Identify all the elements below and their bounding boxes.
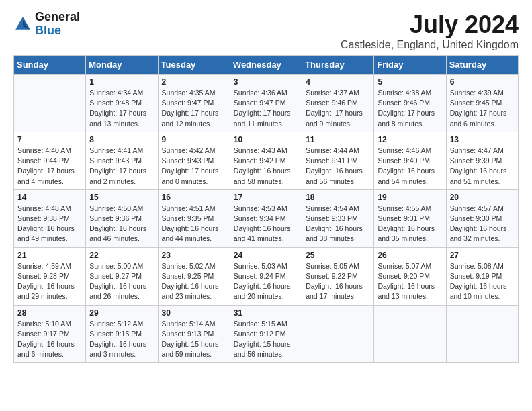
logo-blue: Blue [35,24,80,38]
day-info: Sunrise: 4:40 AMSunset: 9:44 PMDaylight:… [17,146,82,187]
calendar-cell: 22Sunrise: 5:00 AMSunset: 9:27 PMDayligh… [86,247,158,305]
calendar-cell: 19Sunrise: 4:55 AMSunset: 9:31 PMDayligh… [374,189,446,247]
calendar-cell: 21Sunrise: 4:59 AMSunset: 9:28 PMDayligh… [14,247,86,305]
day-number: 1 [89,77,154,87]
logo-icon [13,15,32,34]
calendar-cell: 12Sunrise: 4:46 AMSunset: 9:40 PMDayligh… [374,132,446,189]
day-info: Sunrise: 4:34 AMSunset: 9:48 PMDaylight:… [89,88,154,129]
day-info: Sunrise: 4:37 AMSunset: 9:46 PMDaylight:… [306,88,370,129]
day-number: 5 [378,77,442,87]
calendar-cell: 1Sunrise: 4:34 AMSunset: 9:48 PMDaylight… [86,75,158,132]
calendar-cell: 3Sunrise: 4:36 AMSunset: 9:47 PMDaylight… [230,75,302,132]
day-number: 22 [89,250,154,260]
day-info: Sunrise: 4:53 AMSunset: 9:34 PMDaylight:… [234,203,298,244]
day-info: Sunrise: 4:54 AMSunset: 9:33 PMDaylight:… [306,203,370,244]
calendar-cell [14,75,86,132]
calendar-cell: 24Sunrise: 5:03 AMSunset: 9:24 PMDayligh… [230,247,302,305]
calendar-cell [446,305,518,363]
calendar-cell: 13Sunrise: 4:47 AMSunset: 9:39 PMDayligh… [446,132,518,189]
day-info: Sunrise: 4:42 AMSunset: 9:43 PMDaylight:… [162,146,226,187]
day-number: 15 [89,193,154,202]
day-info: Sunrise: 5:00 AMSunset: 9:27 PMDaylight:… [89,261,154,302]
day-info: Sunrise: 5:08 AMSunset: 9:19 PMDaylight:… [450,261,515,302]
day-info: Sunrise: 5:05 AMSunset: 9:22 PMDaylight:… [306,261,370,302]
day-number: 13 [450,135,515,144]
day-info: Sunrise: 4:50 AMSunset: 9:36 PMDaylight:… [89,203,154,244]
day-number: 6 [450,77,515,87]
col-header-tuesday: Tuesday [158,56,230,75]
calendar-cell: 9Sunrise: 4:42 AMSunset: 9:43 PMDaylight… [158,132,230,189]
day-info: Sunrise: 5:07 AMSunset: 9:20 PMDaylight:… [378,261,442,302]
day-info: Sunrise: 4:36 AMSunset: 9:47 PMDaylight:… [234,88,298,129]
day-number: 20 [450,193,515,202]
header-row: SundayMondayTuesdayWednesdayThursdayFrid… [14,56,519,75]
calendar-cell: 28Sunrise: 5:10 AMSunset: 9:17 PMDayligh… [14,305,86,363]
day-number: 26 [378,250,442,260]
day-number: 27 [450,250,515,260]
calendar-table: SundayMondayTuesdayWednesdayThursdayFrid… [13,55,519,363]
col-header-thursday: Thursday [302,56,374,75]
day-number: 23 [162,250,226,260]
calendar-cell: 5Sunrise: 4:38 AMSunset: 9:46 PMDaylight… [374,75,446,132]
day-info: Sunrise: 5:03 AMSunset: 9:24 PMDaylight:… [234,261,298,302]
page-header: General Blue July 2024 Castleside, Engla… [13,11,519,51]
day-number: 18 [306,193,370,202]
day-info: Sunrise: 4:48 AMSunset: 9:38 PMDaylight:… [17,203,82,244]
day-info: Sunrise: 4:41 AMSunset: 9:43 PMDaylight:… [89,146,154,187]
calendar-cell: 20Sunrise: 4:57 AMSunset: 9:30 PMDayligh… [446,189,518,247]
day-number: 19 [378,193,442,202]
day-info: Sunrise: 4:39 AMSunset: 9:45 PMDaylight:… [450,88,515,129]
day-info: Sunrise: 4:38 AMSunset: 9:46 PMDaylight:… [378,88,442,129]
day-info: Sunrise: 4:44 AMSunset: 9:41 PMDaylight:… [306,146,370,187]
calendar-cell: 26Sunrise: 5:07 AMSunset: 9:20 PMDayligh… [374,247,446,305]
week-row-3: 14Sunrise: 4:48 AMSunset: 9:38 PMDayligh… [14,189,519,247]
day-number: 30 [162,308,226,318]
calendar-cell: 4Sunrise: 4:37 AMSunset: 9:46 PMDaylight… [302,75,374,132]
day-info: Sunrise: 5:15 AMSunset: 9:12 PMDaylight:… [234,319,298,360]
day-number: 28 [17,308,82,318]
week-row-5: 28Sunrise: 5:10 AMSunset: 9:17 PMDayligh… [14,305,519,363]
day-number: 8 [89,135,154,144]
calendar-cell: 15Sunrise: 4:50 AMSunset: 9:36 PMDayligh… [86,189,158,247]
day-number: 16 [162,193,226,202]
subtitle: Castleside, England, United Kingdom [341,39,519,51]
calendar-cell: 2Sunrise: 4:35 AMSunset: 9:47 PMDaylight… [158,75,230,132]
day-number: 9 [162,135,226,144]
calendar-cell: 8Sunrise: 4:41 AMSunset: 9:43 PMDaylight… [86,132,158,189]
day-number: 4 [306,77,370,87]
col-header-friday: Friday [374,56,446,75]
day-number: 25 [306,250,370,260]
logo-text: General Blue [35,11,80,38]
calendar-cell: 6Sunrise: 4:39 AMSunset: 9:45 PMDaylight… [446,75,518,132]
calendar-cell: 16Sunrise: 4:51 AMSunset: 9:35 PMDayligh… [158,189,230,247]
day-info: Sunrise: 5:14 AMSunset: 9:13 PMDaylight:… [162,319,226,360]
calendar-cell: 30Sunrise: 5:14 AMSunset: 9:13 PMDayligh… [158,305,230,363]
day-number: 11 [306,135,370,144]
day-number: 31 [234,308,298,318]
calendar-cell: 11Sunrise: 4:44 AMSunset: 9:41 PMDayligh… [302,132,374,189]
day-info: Sunrise: 4:59 AMSunset: 9:28 PMDaylight:… [17,261,82,302]
calendar-cell: 27Sunrise: 5:08 AMSunset: 9:19 PMDayligh… [446,247,518,305]
col-header-monday: Monday [86,56,158,75]
day-info: Sunrise: 4:47 AMSunset: 9:39 PMDaylight:… [450,146,515,187]
day-number: 14 [17,193,82,202]
day-info: Sunrise: 5:02 AMSunset: 9:25 PMDaylight:… [162,261,226,302]
day-number: 10 [234,135,298,144]
week-row-4: 21Sunrise: 4:59 AMSunset: 9:28 PMDayligh… [14,247,519,305]
col-header-saturday: Saturday [446,56,518,75]
day-info: Sunrise: 5:10 AMSunset: 9:17 PMDaylight:… [17,319,82,360]
day-number: 29 [89,308,154,318]
day-info: Sunrise: 5:12 AMSunset: 9:15 PMDaylight:… [89,319,154,360]
title-block: July 2024 Castleside, England, United Ki… [341,11,519,51]
day-number: 7 [17,135,82,144]
day-info: Sunrise: 4:46 AMSunset: 9:40 PMDaylight:… [378,146,442,187]
calendar-cell: 18Sunrise: 4:54 AMSunset: 9:33 PMDayligh… [302,189,374,247]
calendar-cell: 17Sunrise: 4:53 AMSunset: 9:34 PMDayligh… [230,189,302,247]
week-row-1: 1Sunrise: 4:34 AMSunset: 9:48 PMDaylight… [14,75,519,132]
day-info: Sunrise: 4:35 AMSunset: 9:47 PMDaylight:… [162,88,226,129]
day-info: Sunrise: 4:51 AMSunset: 9:35 PMDaylight:… [162,203,226,244]
col-header-sunday: Sunday [14,56,86,75]
day-number: 21 [17,250,82,260]
calendar-cell: 23Sunrise: 5:02 AMSunset: 9:25 PMDayligh… [158,247,230,305]
main-title: July 2024 [341,11,519,39]
